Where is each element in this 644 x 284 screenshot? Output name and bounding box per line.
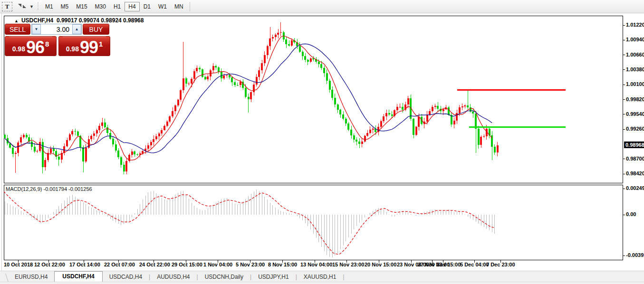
time-axis-label: 13 Nov 04:00: [300, 262, 332, 267]
time-axis-label: 22 Oct 07:00: [104, 262, 135, 267]
sell-price-quote[interactable]: 0.98 96 8: [5, 36, 57, 56]
current-price-tag: 0.98968: [624, 142, 644, 148]
quote-divider: [9, 37, 52, 37]
time-axis-label: 10 Oct 2018: [4, 262, 33, 267]
time-axis-label: 7 Dec 23:00: [486, 262, 515, 267]
price-axis-label: 0.98700: [626, 156, 644, 161]
price-axis-label: 0.99820: [626, 96, 644, 102]
tab-row: EURUSD,H4USDCHF,H4USDCAD,H4|AUDUSD,H4|US…: [8, 271, 345, 282]
volume-stepper: ▼ ▲: [31, 24, 82, 35]
line-studies-icon[interactable]: [18, 3, 28, 10]
time-axis-label: 24 Oct 22:00: [139, 262, 170, 267]
timeframe-button-h1[interactable]: H1: [110, 2, 125, 11]
chevron-down-icon[interactable]: ▼: [29, 4, 34, 9]
timeframe-button-m1[interactable]: M1: [41, 2, 57, 11]
collapse-arrow-icon[interactable]: ▲: [14, 19, 19, 23]
price-axis-label: 0.99260: [626, 126, 644, 132]
timeframe-button-mn[interactable]: MN: [171, 2, 187, 11]
macd-indicator-label: MACD(12,26,9) -0.001794 -0.001256: [6, 186, 92, 192]
buy-price-pip-digit: 1: [99, 40, 103, 48]
tab-stub: [0, 274, 9, 282]
quote-divider: [63, 37, 106, 37]
buy-price-quote[interactable]: 0.98 99 1: [58, 36, 110, 56]
timeframe-button-m30[interactable]: M30: [91, 2, 110, 11]
price-axis-label: 1.00100: [626, 81, 644, 87]
time-axis-label: 20 Nov 15:00: [365, 262, 396, 267]
one-click-trading-panel: SELL ▼ ▲ BUY 0.98 96 8 0.98 99 1: [5, 24, 110, 56]
chart-tab-bar: EURUSD,H4USDCHF,H4USDCAD,H4|AUDUSD,H4|US…: [0, 271, 644, 282]
buy-button[interactable]: BUY: [83, 24, 109, 35]
sell-price-big-digits: 96: [26, 40, 44, 55]
volume-decrease-button[interactable]: ▼: [32, 24, 41, 34]
time-axis-label: 15 Nov 23:00: [332, 262, 364, 267]
sell-price-pip-digit: 8: [45, 40, 49, 48]
chart-tab-usdcnh[interactable]: USDCNH,Daily: [198, 272, 250, 282]
chart-tab-usdcad[interactable]: USDCAD,H4: [103, 272, 149, 282]
time-axis-label: 12 Oct 22:00: [34, 262, 65, 267]
status-bar: [0, 282, 644, 284]
macd-axis-label: 0.002492: [626, 185, 644, 191]
time-axis-label: 5 Nov 23:00: [236, 262, 265, 267]
price-axis-label: 1.01220: [626, 22, 644, 28]
price-axis-label: 0.99540: [626, 111, 644, 117]
sell-button[interactable]: SELL: [5, 24, 30, 35]
time-axis-label: 5 Dec 04:00: [460, 262, 489, 267]
macd-axis-label: -0.003913: [626, 252, 644, 258]
buy-price-prefix: 0.98: [66, 45, 79, 53]
symbol-label: USDCHF,H4: [21, 17, 53, 24]
time-axis-label: 30 Nov 15:00: [429, 262, 461, 267]
timeframe-button-w1[interactable]: W1: [154, 2, 171, 11]
buy-price-big-digits: 99: [80, 40, 98, 55]
chart-tab-eurusd[interactable]: EURUSD,H4: [8, 272, 54, 282]
chart-tab-audusd[interactable]: AUDUSD,H4: [150, 272, 196, 282]
time-axis-label: 29 Oct 15:00: [172, 262, 202, 267]
text-label-tool-button[interactable]: T: [2, 2, 12, 11]
volume-increase-button[interactable]: ▲: [72, 24, 81, 34]
macd-axis-label: 0.00: [626, 211, 636, 217]
timeframe-button-h4[interactable]: H4: [125, 2, 139, 11]
chart-title: ▲USDCHF,H4 0.99017 0.99074 0.98924 0.989…: [14, 17, 144, 24]
toolbar-separator: [190, 2, 190, 11]
price-axis-label: 1.00380: [626, 66, 644, 72]
top-toolbar: T ▼ M1M5M15M30H1H4D1W1MN: [0, 0, 644, 13]
price-axis-label: 1.00940: [626, 37, 644, 42]
timeframe-button-m15[interactable]: M15: [72, 2, 91, 11]
ohlc-values: 0.99017 0.99074 0.98924 0.98968: [57, 17, 144, 24]
tab-separator: |: [343, 274, 344, 282]
chart-tab-usdchf[interactable]: USDCHF,H4: [54, 271, 102, 282]
sell-price-prefix: 0.98: [12, 45, 25, 53]
chart-tab-usdjpy[interactable]: USDJPY,H1: [251, 272, 295, 282]
mt4-terminal: { "toolbar": { "text_tool_label": "T", "…: [0, 0, 644, 284]
price-axis-label: 0.98420: [626, 170, 644, 176]
timeframe-button-d1[interactable]: D1: [140, 2, 154, 11]
chart-tab-xauusd[interactable]: XAUUSD,H1: [297, 272, 343, 282]
volume-input[interactable]: [41, 24, 72, 34]
timeframe-toolbar: M1M5M15M30H1H4D1W1MN: [41, 2, 187, 11]
toolbar-grip: [38, 2, 38, 11]
time-axis-label: 1 Nov 04:00: [203, 262, 232, 267]
time-axis-label: 8 Nov 15:00: [268, 262, 297, 267]
price-axis-label: 1.00660: [626, 52, 644, 57]
timeframe-button-m5[interactable]: M5: [57, 2, 73, 11]
time-axis-label: 17 Oct 14:00: [69, 262, 100, 267]
